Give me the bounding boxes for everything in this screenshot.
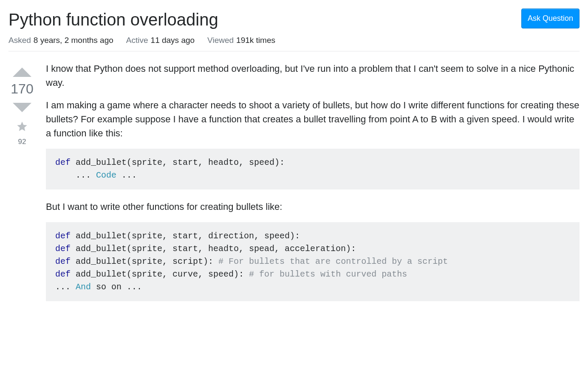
post-body: I know that Python does not support meth… xyxy=(46,62,580,311)
meta-viewed: Viewed191k times xyxy=(207,36,275,45)
meta-asked: Asked8 years, 2 months ago xyxy=(8,36,113,45)
downvote-button[interactable] xyxy=(11,102,33,114)
vote-score: 170 xyxy=(11,81,33,97)
meta-viewed-label: Viewed xyxy=(207,36,234,45)
meta-asked-value: 8 years, 2 months ago xyxy=(34,36,113,45)
meta-asked-label: Asked xyxy=(8,36,31,45)
upvote-button[interactable] xyxy=(11,66,33,78)
paragraph: I am making a game where a character nee… xyxy=(46,98,580,140)
meta-active-value: 11 days ago xyxy=(151,36,195,45)
question-meta: Asked8 years, 2 months ago Active11 days… xyxy=(8,36,580,51)
meta-active: Active11 days ago xyxy=(126,36,195,45)
paragraph: I know that Python does not support meth… xyxy=(46,62,580,90)
favorite-button[interactable] xyxy=(16,121,28,134)
ask-question-button[interactable]: Ask Question xyxy=(521,8,580,28)
meta-viewed-value: 191k times xyxy=(236,36,275,45)
paragraph: But I want to write other functions for … xyxy=(46,200,580,214)
meta-active-label: Active xyxy=(126,36,148,45)
code-block: def add_bullet(sprite, start, direction,… xyxy=(46,222,580,301)
favorite-count: 92 xyxy=(18,138,26,146)
code-block: def add_bullet(sprite, start, headto, sp… xyxy=(46,149,580,189)
vote-column: 170 92 xyxy=(8,62,36,311)
question-title: Python function overloading xyxy=(8,8,218,31)
